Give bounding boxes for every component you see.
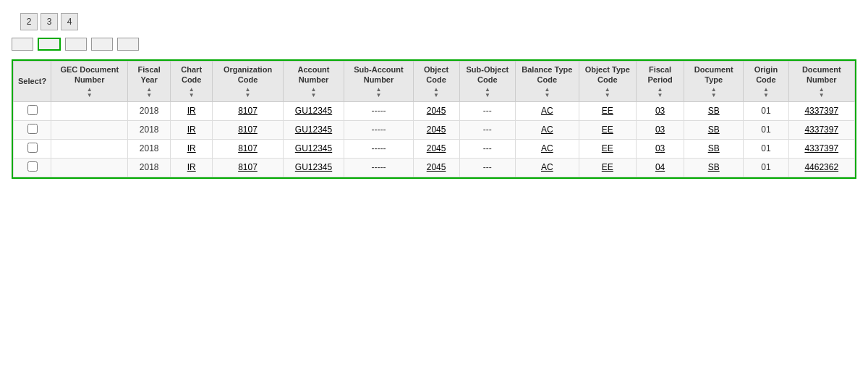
cell-r1-c14[interactable]: 4337397 bbox=[788, 120, 854, 139]
row-checkbox-2[interactable] bbox=[27, 143, 38, 153]
cell-link-r3-c14[interactable]: 4462362 bbox=[804, 162, 838, 172]
page-3-btn[interactable]: 3 bbox=[41, 13, 58, 30]
sort-arrows-3[interactable]: ▲▼ bbox=[189, 87, 195, 98]
cell-r0-c11[interactable]: 03 bbox=[637, 101, 684, 120]
cell-r3-c12[interactable]: SB bbox=[684, 158, 744, 177]
sort-down-icon[interactable]: ▼ bbox=[311, 93, 317, 98]
col-header-7[interactable]: Object Code▲▼ bbox=[413, 62, 459, 102]
deselect-all-this-page-btn[interactable] bbox=[91, 38, 113, 51]
cell-r3-c3[interactable]: IR bbox=[170, 158, 213, 177]
cell-r3-c0[interactable] bbox=[14, 158, 51, 177]
sort-down-icon[interactable]: ▼ bbox=[763, 93, 769, 98]
cell-r2-c0[interactable] bbox=[14, 139, 51, 158]
sort-arrows-7[interactable]: ▲▼ bbox=[433, 87, 439, 98]
cell-r0-c3[interactable]: IR bbox=[170, 101, 213, 120]
cell-link-r0-c5[interactable]: GU12345 bbox=[295, 106, 332, 116]
sort-down-icon[interactable]: ▼ bbox=[658, 93, 663, 98]
cell-link-r0-c7[interactable]: 2045 bbox=[427, 106, 446, 116]
cell-link-r3-c3[interactable]: IR bbox=[187, 162, 196, 172]
col-header-12[interactable]: Document Type▲▼ bbox=[684, 62, 744, 102]
cell-link-r2-c9[interactable]: AC bbox=[541, 143, 553, 153]
col-header-11[interactable]: Fiscal Period▲▼ bbox=[637, 62, 684, 102]
cell-r2-c4[interactable]: 8107 bbox=[213, 139, 283, 158]
return-selected-btn[interactable] bbox=[117, 38, 139, 51]
cell-r0-c12[interactable]: SB bbox=[684, 101, 744, 120]
col-header-13[interactable]: Origin Code▲▼ bbox=[744, 62, 788, 102]
cell-r1-c7[interactable]: 2045 bbox=[413, 120, 459, 139]
cell-r3-c10[interactable]: EE bbox=[579, 158, 636, 177]
col-header-2[interactable]: Fiscal Year▲▼ bbox=[128, 62, 171, 102]
cell-link-r2-c14[interactable]: 4337397 bbox=[804, 143, 838, 153]
cell-r1-c12[interactable]: SB bbox=[684, 120, 744, 139]
cell-link-r2-c7[interactable]: 2045 bbox=[427, 143, 446, 153]
cell-link-r2-c12[interactable]: SB bbox=[708, 143, 720, 153]
select-all-pages-btn[interactable] bbox=[12, 38, 33, 51]
col-header-8[interactable]: Sub-Object Code▲▼ bbox=[459, 62, 516, 102]
cell-r2-c10[interactable]: EE bbox=[579, 139, 636, 158]
sort-arrows-2[interactable]: ▲▼ bbox=[146, 87, 152, 98]
col-header-14[interactable]: Document Number▲▼ bbox=[788, 62, 854, 102]
col-header-3[interactable]: Chart Code▲▼ bbox=[170, 62, 213, 102]
select-all-this-page-btn[interactable] bbox=[65, 38, 87, 51]
cell-r1-c3[interactable]: IR bbox=[170, 120, 213, 139]
row-checkbox-3[interactable] bbox=[27, 161, 38, 172]
cell-r2-c11[interactable]: 03 bbox=[637, 139, 684, 158]
sort-down-icon[interactable]: ▼ bbox=[605, 93, 610, 98]
cell-link-r3-c7[interactable]: 2045 bbox=[427, 162, 446, 172]
cell-r1-c9[interactable]: AC bbox=[516, 120, 579, 139]
cell-r1-c0[interactable] bbox=[14, 120, 51, 139]
sort-down-icon[interactable]: ▼ bbox=[485, 93, 490, 98]
cell-r3-c9[interactable]: AC bbox=[516, 158, 579, 177]
cell-r0-c4[interactable]: 8107 bbox=[213, 101, 283, 120]
cell-r0-c0[interactable] bbox=[14, 101, 51, 120]
cell-link-r3-c11[interactable]: 04 bbox=[655, 162, 665, 172]
col-header-9[interactable]: Balance Type Code▲▼ bbox=[516, 62, 579, 102]
cell-r3-c11[interactable]: 04 bbox=[637, 158, 684, 177]
sort-arrows-12[interactable]: ▲▼ bbox=[711, 87, 717, 98]
col-header-6[interactable]: Sub-Account Number▲▼ bbox=[344, 62, 413, 102]
sort-arrows-6[interactable]: ▲▼ bbox=[376, 87, 382, 98]
sort-arrows-8[interactable]: ▲▼ bbox=[485, 87, 490, 98]
cell-r1-c11[interactable]: 03 bbox=[637, 120, 684, 139]
cell-r3-c7[interactable]: 2045 bbox=[413, 158, 459, 177]
cell-link-r1-c3[interactable]: IR bbox=[187, 125, 196, 135]
cell-link-r1-c7[interactable]: 2045 bbox=[427, 125, 446, 135]
cell-link-r2-c10[interactable]: EE bbox=[602, 143, 613, 153]
sort-arrows-10[interactable]: ▲▼ bbox=[605, 87, 610, 98]
sort-down-icon[interactable]: ▼ bbox=[433, 93, 439, 98]
sort-arrows-5[interactable]: ▲▼ bbox=[311, 87, 317, 98]
cell-r2-c5[interactable]: GU12345 bbox=[283, 139, 344, 158]
cell-link-r1-c12[interactable]: SB bbox=[708, 125, 720, 135]
sort-down-icon[interactable]: ▼ bbox=[711, 93, 717, 98]
col-header-10[interactable]: Object Type Code▲▼ bbox=[579, 62, 636, 102]
cell-r1-c4[interactable]: 8107 bbox=[213, 120, 283, 139]
sort-arrows-9[interactable]: ▲▼ bbox=[544, 87, 550, 98]
cell-r0-c9[interactable]: AC bbox=[516, 101, 579, 120]
cell-link-r0-c4[interactable]: 8107 bbox=[238, 106, 258, 116]
sort-down-icon[interactable]: ▼ bbox=[146, 93, 152, 98]
cell-r2-c7[interactable]: 2045 bbox=[413, 139, 459, 158]
cell-link-r2-c3[interactable]: IR bbox=[187, 143, 196, 153]
cell-r3-c14[interactable]: 4462362 bbox=[788, 158, 854, 177]
sort-down-icon[interactable]: ▼ bbox=[189, 93, 195, 98]
deselect-all-pages-btn[interactable] bbox=[38, 38, 61, 51]
cell-link-r0-c3[interactable]: IR bbox=[187, 106, 196, 116]
cell-r1-c5[interactable]: GU12345 bbox=[283, 120, 344, 139]
cell-link-r3-c9[interactable]: AC bbox=[541, 162, 553, 172]
sort-down-icon[interactable]: ▼ bbox=[544, 93, 550, 98]
sort-arrows-13[interactable]: ▲▼ bbox=[763, 87, 769, 98]
sort-arrows-11[interactable]: ▲▼ bbox=[658, 87, 663, 98]
sort-arrows-4[interactable]: ▲▼ bbox=[245, 87, 251, 98]
cell-link-r3-c10[interactable]: EE bbox=[602, 162, 613, 172]
cell-link-r3-c12[interactable]: SB bbox=[708, 162, 720, 172]
sort-down-icon[interactable]: ▼ bbox=[376, 93, 382, 98]
row-checkbox-1[interactable] bbox=[27, 124, 38, 134]
cell-r2-c14[interactable]: 4337397 bbox=[788, 139, 854, 158]
cell-r0-c5[interactable]: GU12345 bbox=[283, 101, 344, 120]
row-checkbox-0[interactable] bbox=[27, 105, 38, 115]
sort-down-icon[interactable]: ▼ bbox=[245, 93, 251, 98]
cell-link-r3-c4[interactable]: 8107 bbox=[238, 162, 258, 172]
cell-link-r1-c5[interactable]: GU12345 bbox=[295, 125, 332, 135]
cell-link-r0-c11[interactable]: 03 bbox=[655, 106, 665, 116]
cell-link-r3-c5[interactable]: GU12345 bbox=[295, 162, 332, 172]
